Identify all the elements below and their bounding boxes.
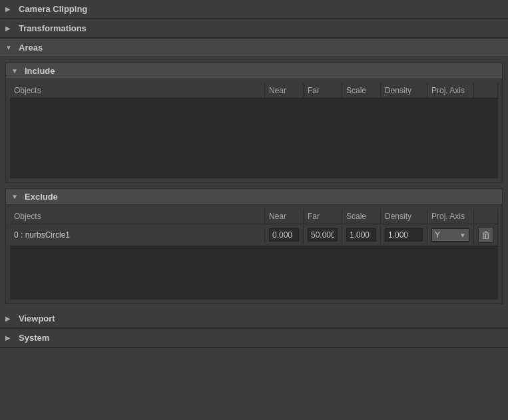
include-col-near: Near: [265, 83, 304, 98]
exclude-title: Exclude: [25, 192, 58, 202]
near-input[interactable]: [269, 228, 299, 242]
exclude-header[interactable]: Exclude: [6, 189, 502, 205]
row-scale[interactable]: [342, 226, 381, 244]
include-col-action: [474, 83, 498, 98]
row-near[interactable]: [265, 226, 304, 244]
transformations-section: Transformations: [0, 19, 508, 39]
table-row: 0 : nurbsCircle1: [10, 224, 498, 246]
exclude-section: Exclude Objects Near Far Scale Density P…: [5, 188, 503, 304]
viewport-arrow: [5, 314, 15, 323]
include-table: Objects Near Far Scale Density Proj. Axi…: [10, 83, 498, 178]
include-col-density: Density: [381, 83, 427, 98]
viewport-header[interactable]: Viewport: [0, 310, 508, 328]
row-objects: 0 : nurbsCircle1: [10, 228, 265, 242]
row-action: 🗑: [474, 224, 498, 246]
row-far[interactable]: [304, 226, 342, 244]
camera-clipping-section: Camera Clipping: [0, 0, 508, 19]
row-density[interactable]: [381, 226, 427, 244]
viewport-section: Viewport: [0, 310, 508, 329]
include-table-header: Objects Near Far Scale Density Proj. Axi…: [10, 83, 498, 99]
areas-section: Areas Include Objects Near Far Scale Den…: [0, 39, 508, 304]
system-header[interactable]: System: [0, 329, 508, 347]
transformations-header[interactable]: Transformations: [0, 19, 508, 38]
system-section: System: [0, 329, 508, 348]
include-table-body: [10, 99, 498, 178]
exclude-col-density: Density: [381, 209, 427, 224]
camera-clipping-arrow: [5, 5, 15, 14]
areas-header[interactable]: Areas: [0, 39, 508, 57]
camera-clipping-title: Camera Clipping: [19, 4, 87, 14]
include-arrow: [11, 67, 21, 76]
system-arrow: [5, 333, 15, 343]
areas-title: Areas: [19, 43, 43, 53]
exclude-arrow: [11, 192, 21, 202]
density-input[interactable]: [385, 228, 423, 242]
exclude-col-action: [474, 209, 498, 224]
far-input[interactable]: [308, 228, 338, 242]
transformations-title: Transformations: [19, 23, 87, 33]
proj-axis-dropdown[interactable]: Y ▼: [431, 228, 469, 242]
include-col-projaxis: Proj. Axis: [427, 83, 474, 98]
include-header[interactable]: Include: [6, 63, 502, 79]
viewport-title: Viewport: [19, 314, 55, 323]
exclude-table: Objects Near Far Scale Density Proj. Axi…: [10, 209, 498, 300]
exclude-col-near: Near: [265, 209, 304, 224]
include-col-scale: Scale: [342, 83, 381, 98]
row-projaxis[interactable]: Y ▼: [427, 226, 474, 244]
exclude-col-projaxis: Proj. Axis: [427, 209, 474, 224]
include-col-far: Far: [304, 83, 342, 98]
exclude-empty-space: [10, 246, 498, 300]
exclude-table-header: Objects Near Far Scale Density Proj. Axi…: [10, 209, 498, 224]
areas-arrow: [5, 43, 15, 53]
exclude-col-far: Far: [304, 209, 342, 224]
exclude-table-body: 0 : nurbsCircle1: [10, 224, 498, 300]
transformations-arrow: [5, 24, 15, 33]
exclude-col-objects: Objects: [10, 209, 265, 224]
scale-input[interactable]: [346, 228, 376, 242]
include-title: Include: [25, 66, 55, 76]
camera-clipping-header[interactable]: Camera Clipping: [0, 0, 508, 19]
system-title: System: [19, 333, 49, 343]
exclude-col-scale: Scale: [342, 209, 381, 224]
include-section: Include Objects Near Far Scale Density P…: [5, 63, 503, 183]
include-col-objects: Objects: [10, 83, 265, 98]
dropdown-arrow-icon: ▼: [459, 232, 466, 239]
delete-button[interactable]: 🗑: [478, 227, 493, 243]
proj-axis-value: Y: [435, 230, 440, 240]
